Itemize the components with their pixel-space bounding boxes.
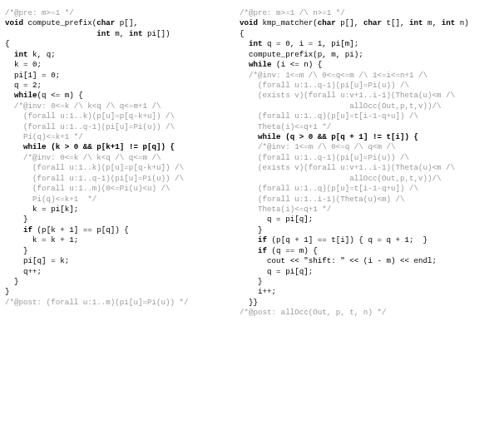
- kw-while: while: [258, 132, 281, 141]
- indent: [5, 225, 23, 235]
- fn-name: compute_prefix(: [23, 18, 96, 27]
- stmt: i++;: [240, 287, 276, 296]
- kw-while: while: [14, 91, 37, 100]
- brace: }}: [240, 298, 258, 307]
- code-columns: /*@pre: m>=1 */ void compute_prefix(char…: [5, 8, 499, 319]
- inv-comment: (forall u:1..k)(p[u]=p[q-k+u]) /\: [5, 111, 175, 121]
- kw-if: if: [23, 225, 32, 235]
- kw-int: int: [14, 50, 28, 59]
- pre-comment: /*@pre: m>=1 */: [5, 8, 74, 17]
- pre-comment: /*@pre: m>=1 /\ n>=1 */: [240, 8, 345, 17]
- fn-name: kmp_matcher(: [258, 18, 318, 27]
- param: pi[]): [142, 29, 170, 38]
- kw-while: while: [249, 60, 272, 69]
- stmt: k = pi[k];: [5, 205, 78, 214]
- stmt: cout << "shift: " << (i - m) << endl;: [240, 256, 437, 265]
- indent: [240, 235, 258, 245]
- param: m,: [423, 18, 442, 27]
- indent: [5, 50, 14, 59]
- brace: }: [240, 225, 263, 235]
- stmt: q++;: [5, 267, 42, 276]
- indent: [5, 142, 23, 151]
- decl: k, q;: [28, 50, 56, 59]
- post-comment: /*@post: allOcc(Out, p, t, n) */: [240, 308, 386, 317]
- indent: [240, 60, 249, 69]
- stmt: pi[1] = 0;: [5, 71, 60, 80]
- cond: (i <= n) {: [272, 60, 323, 69]
- inv-comment: (forall u:1..q-1)(pi[u]=Pi(u)) /\: [5, 122, 175, 131]
- param: m,: [111, 29, 129, 38]
- cond: (q <= m) {: [37, 91, 83, 100]
- indent: [5, 91, 14, 100]
- right-code-listing: /*@pre: m>=1 /\ n>=1 */ void kmp_matcher…: [240, 8, 499, 319]
- cond: (k > 0 && p[k+1] != p[q]) {: [47, 142, 175, 151]
- left-code-listing: /*@pre: m>=1 */ void compute_prefix(char…: [5, 8, 230, 319]
- indent: [5, 29, 96, 38]
- inv-comment: (forall u:1..q)(p[u]=t[i-1-q+u]) /\: [240, 111, 418, 121]
- cond: (p[k + 1] == p[q]) {: [32, 225, 129, 235]
- inv-comment: (forall u:1..q-1)(pi[u]=Pi(u)) /\: [240, 153, 409, 162]
- stmt: q = pi[q];: [240, 215, 313, 224]
- kw-void: void: [5, 18, 23, 27]
- kw-int: int: [442, 18, 456, 27]
- kw-int: int: [129, 29, 143, 38]
- cond: (p[q + 1] == t[i]) { q = q + 1; }: [267, 235, 427, 245]
- brace: {: [240, 29, 245, 38]
- inv-comment: (forall u:1..q)(p[u]=t[i-1-q+u]) /\: [240, 184, 418, 193]
- param: p[],: [115, 18, 138, 27]
- inv-comment: /*@inv: 1<=m /\ 0<=q<=m /\ 1<=i<=n+1 /\: [240, 71, 427, 80]
- inv-comment: (exists v)(forall u:v+1..i-1)(Theta(u)<m…: [240, 91, 455, 100]
- param: t[],: [382, 18, 409, 27]
- inv-comment: /*@inv: 0<=k /\ k<q /\ q<=m+1 /\: [5, 101, 161, 111]
- brace: }: [5, 215, 28, 224]
- decl: q = 0, i = 1, pi[m];: [263, 39, 359, 48]
- stmt: q = 2;: [5, 81, 42, 90]
- inv-comment: (forall u:1..m)(0<=Pi(u)<u) /\: [5, 184, 170, 193]
- param: p[],: [336, 18, 363, 27]
- stmt: k = 0;: [5, 60, 42, 69]
- cond: (q == m) {: [267, 246, 318, 255]
- brace: }: [5, 246, 28, 255]
- param: n): [455, 18, 469, 27]
- inv-comment: (forall u:1..k)(p[u]=p[q-k+u]) /\: [5, 163, 184, 172]
- kw-char: char: [96, 18, 115, 27]
- kw-int: int: [409, 18, 423, 27]
- inv-comment: (forall u:1..i-1)(Theta(u)<m) /\: [240, 195, 404, 204]
- inv-comment: Pi(q)<=k+1 */: [5, 132, 83, 141]
- inv-comment: Theta(i)<=q+1 */: [240, 205, 331, 214]
- kw-while: while: [23, 142, 47, 151]
- kw-void: void: [240, 18, 258, 27]
- inv-comment: (exists v)(forall u:v+1..i-1)(Theta(u)<m…: [240, 163, 455, 172]
- indent: [240, 39, 249, 48]
- cond: (q > 0 && p[q + 1] != t[i]) {: [281, 132, 418, 141]
- brace: }: [5, 277, 19, 286]
- kw-if: if: [258, 246, 267, 255]
- inv-comment: allOcc(Out,p,t,v))/\: [240, 101, 442, 111]
- kw-int: int: [96, 29, 111, 38]
- indent: [240, 132, 258, 141]
- brace: }: [5, 287, 10, 296]
- inv-comment: allOcc(Out,p,t,v))/\: [240, 174, 442, 183]
- inv-comment: Theta(i)<=q+1 */: [240, 122, 331, 131]
- kw-char: char: [363, 18, 382, 27]
- stmt: q = pi[q];: [240, 267, 313, 276]
- kw-if: if: [258, 235, 267, 245]
- stmt: k = k + 1;: [5, 235, 78, 245]
- brace: {: [5, 39, 10, 48]
- stmt: pi[q] = k;: [5, 256, 69, 265]
- stmt: compute_prefix(p, m, pi);: [240, 50, 363, 59]
- post-comment: /*@post: (forall u:1..m)(pi[u]=Pi(u)) */: [5, 298, 189, 307]
- inv-comment: (forall u:1..q-1)(pi[u]=Pi(u)) /\: [240, 81, 409, 90]
- indent: [240, 246, 258, 255]
- inv-comment: Pi(q)<=k+1 */: [5, 195, 96, 204]
- inv-comment: /*@inv: 0<=k /\ k<q /\ q<=m /\: [5, 153, 161, 162]
- inv-comment: (forall u:1..q-1)(pi[u]=Pi(u)) /\: [5, 174, 184, 183]
- inv-comment: /*@inv: 1<=m /\ 0<=q /\ q<m /\: [240, 142, 395, 151]
- kw-char: char: [318, 18, 336, 27]
- brace: }: [240, 277, 263, 286]
- kw-int: int: [249, 39, 263, 48]
